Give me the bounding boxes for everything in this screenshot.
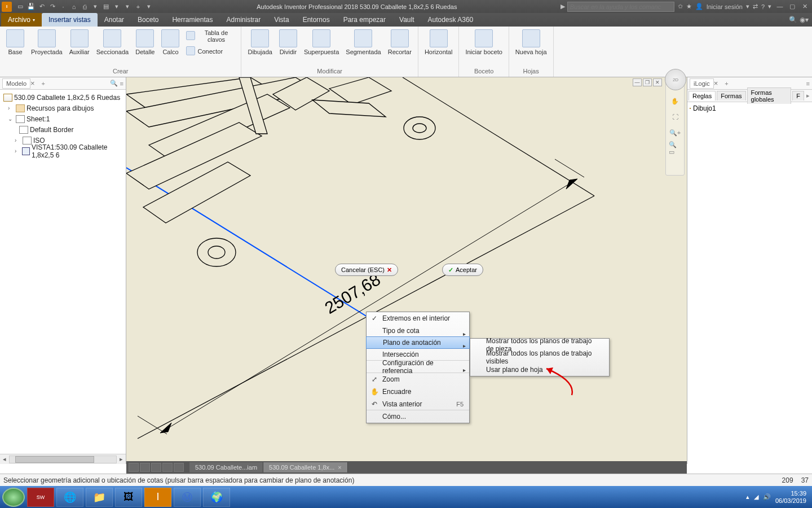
task-image[interactable]: 🖼 <box>115 488 142 507</box>
btn-horizontal[interactable]: Horizontal <box>422 28 456 57</box>
task-globe[interactable]: 🌍 <box>203 488 230 507</box>
signin-link[interactable]: Iniciar sesión <box>707 3 743 10</box>
ilogic-tab-close-icon[interactable]: × <box>714 79 718 87</box>
zoom-window-icon[interactable]: 🔍▭ <box>669 142 681 155</box>
browser-scrollbar[interactable]: ◂▸ <box>0 454 126 464</box>
layout-icon-2[interactable] <box>140 463 150 472</box>
tray-net-icon[interactable]: ◢ <box>754 493 758 501</box>
qat-save-icon[interactable]: 💾 <box>27 2 36 11</box>
browser-tab-modelo[interactable]: Modelo <box>2 78 30 89</box>
btn-tabla-clavos[interactable]: Tabla de clavos <box>183 28 237 45</box>
btn-recortar[interactable]: Recortar <box>385 28 414 57</box>
tab-anotar[interactable]: Anotar <box>98 13 131 27</box>
help-search-input[interactable] <box>567 2 674 12</box>
task-sw[interactable]: SW <box>27 488 54 507</box>
ilogic-tab-add-icon[interactable]: + <box>721 80 731 87</box>
pan-icon[interactable]: ✋ <box>669 95 681 107</box>
task-explorer[interactable]: 📁 <box>86 488 113 507</box>
qat-dropdown-icon[interactable]: ▾ <box>144 2 153 11</box>
ctx-zoom[interactable]: ⤢Zoom <box>367 373 469 386</box>
qat-plus-icon[interactable]: + <box>134 2 143 11</box>
rtab-formas-globales[interactable]: Formas globales <box>747 87 792 104</box>
doctab-active[interactable]: 530.09 Caballete 1,8x...× <box>263 462 348 472</box>
tab-a360[interactable]: Autodesk A360 <box>421 13 480 27</box>
doctab-close-icon[interactable]: × <box>338 464 341 471</box>
rtab-f[interactable]: F <box>792 91 804 100</box>
ctx-vista-anterior[interactable]: ↶Vista anteriorF5 <box>367 398 469 410</box>
help-dropdown-icon[interactable]: ▾ <box>768 3 771 10</box>
tab-insert-views[interactable]: Insertar vistas <box>42 13 98 27</box>
qat-more1-icon[interactable]: ▾ <box>91 2 100 11</box>
tree-border[interactable]: Default Border <box>1 124 125 135</box>
browser-menu-icon[interactable]: ≡ <box>120 80 123 87</box>
ctx-encuadre[interactable]: ✋Encuadre <box>367 386 469 398</box>
qat-print-icon[interactable]: ⎙ <box>80 2 89 11</box>
ribbon-search-icon[interactable]: 🔍 <box>789 16 797 24</box>
ctx-plano-anotacion[interactable]: Plano de anotación <box>366 336 470 349</box>
btn-seccionada[interactable]: Seccionada <box>94 28 132 57</box>
tree-root[interactable]: 530.09 Caballete 1,8x2,5 6 Ruedas <box>1 92 125 103</box>
minimize-icon[interactable]: — <box>775 3 785 10</box>
ilogic-tab[interactable]: iLogic <box>690 78 714 89</box>
layout-icon-3[interactable] <box>151 463 161 472</box>
chevron-down-icon[interactable]: ▾ <box>746 3 749 10</box>
task-mb[interactable]: Ⓜ <box>174 488 201 507</box>
rtab-formas[interactable]: Formas <box>717 91 745 100</box>
task-chrome[interactable]: 🌐 <box>56 488 83 507</box>
zoom-all-icon[interactable]: ⛶ <box>669 111 681 123</box>
btn-nueva-hoja[interactable]: Nueva hoja <box>513 28 550 57</box>
btn-base[interactable]: Base <box>3 28 27 57</box>
start-button[interactable] <box>2 488 25 507</box>
btn-superpuesta[interactable]: Superpuesta <box>301 28 342 57</box>
help-icon[interactable]: ? <box>761 3 765 10</box>
browser-search-icon[interactable]: 🔍 <box>110 80 118 87</box>
model-tree[interactable]: 530.09 Caballete 1,8x2,5 6 Ruedas ›Recur… <box>0 90 126 454</box>
tab-boceto[interactable]: Boceto <box>131 13 165 27</box>
btn-segmentada[interactable]: Segmentada <box>343 28 383 57</box>
layout-icon-5[interactable] <box>174 463 184 472</box>
tab-entornos[interactable]: Entornos <box>296 13 337 27</box>
browser-tab-add-icon[interactable]: + <box>38 80 48 87</box>
ctx-sub-visibles[interactable]: Mostrar todos los planos de trabajo visi… <box>470 351 609 364</box>
tree-sheet[interactable]: ⌄Sheet:1 <box>1 113 125 124</box>
qat-material-icon[interactable]: ▾ <box>112 2 121 11</box>
ctx-tipo-cota[interactable]: Tipo de cota <box>367 325 469 337</box>
ctx-sub-hoja[interactable]: Usar plano de hoja <box>470 364 609 376</box>
qat-layers-icon[interactable]: ▤ <box>102 2 111 11</box>
rtab-scroll-icon[interactable]: ▸ <box>804 92 812 99</box>
qat-redo-icon[interactable]: ↷ <box>48 2 57 11</box>
tab-vista[interactable]: Vista <box>267 13 295 27</box>
star-outline-icon[interactable]: ✩ <box>678 3 683 10</box>
btn-calco[interactable]: Calco <box>158 28 182 57</box>
maximize-icon[interactable]: ▢ <box>787 3 797 10</box>
qat-open-icon[interactable]: ▭ <box>16 2 25 11</box>
exchange-icon[interactable]: ⇄ <box>753 3 758 10</box>
btn-iniciar-boceto[interactable]: Iniciar boceto <box>462 28 505 57</box>
qat-undo-icon[interactable]: ↶ <box>37 2 46 11</box>
tab-vault[interactable]: Vault <box>392 13 421 27</box>
tab-file[interactable]: Archivo <box>1 13 42 27</box>
tree-vista1[interactable]: ›VISTA1:530.09 Caballete 1,8x2,5 6 <box>1 146 125 156</box>
tray-up-icon[interactable]: ▴ <box>746 493 749 501</box>
btn-proyectada[interactable]: Proyectada <box>28 28 65 57</box>
browser-tab-close-icon[interactable]: × <box>30 79 35 87</box>
tray-sound-icon[interactable]: 🔊 <box>763 493 771 501</box>
accept-button[interactable]: ✓ Aceptar <box>442 264 483 276</box>
drawing-canvas[interactable]: — ❐ ✕ 2507,68 <box>126 77 687 464</box>
star-icon[interactable]: ★ <box>686 3 692 10</box>
tab-empezar[interactable]: Para empezar <box>337 13 392 27</box>
ilogic-item-dibujo1[interactable]: Dibujo1 <box>690 104 810 112</box>
ribbon-collapse-icon[interactable]: ◉▾ <box>800 16 809 24</box>
btn-dividir[interactable]: Dividir <box>276 28 300 57</box>
ctx-extremos[interactable]: ✓Extremos en el interior <box>367 312 469 325</box>
btn-conector[interactable]: Conector <box>183 45 237 58</box>
cancel-button[interactable]: Cancelar (ESC) ✕ <box>335 264 398 276</box>
btn-auxiliar[interactable]: Auxiliar <box>67 28 92 57</box>
task-inventor[interactable]: I <box>144 488 171 507</box>
search-nav-icon[interactable]: ▶ <box>561 3 565 10</box>
tab-administrar[interactable]: Administrar <box>219 13 267 27</box>
tab-herramientas[interactable]: Herramientas <box>165 13 219 27</box>
tree-recursos[interactable]: ›Recursos para dibujos <box>1 103 125 113</box>
btn-dibujada[interactable]: Dibujada <box>245 28 275 57</box>
layout-icon-4[interactable] <box>162 463 173 472</box>
